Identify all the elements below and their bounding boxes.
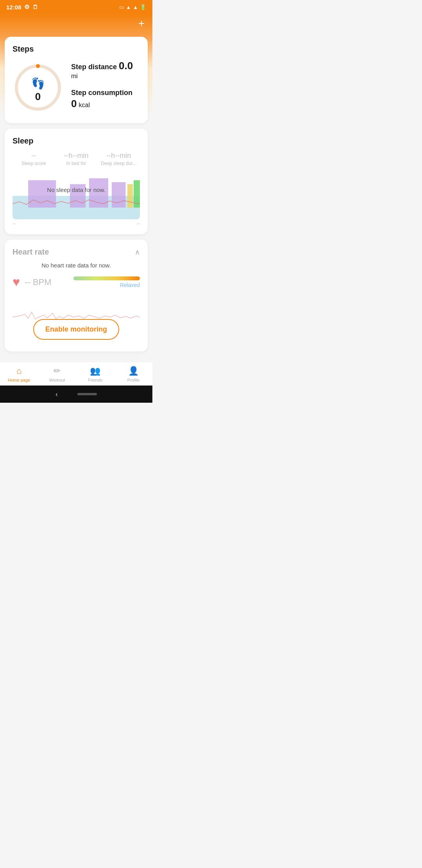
sleep-score-value: -- (13, 152, 55, 160)
consumption-label: Step consumption (71, 89, 132, 97)
settings-icon: ⚙ (24, 4, 29, 11)
steps-inner: 👣 0 (31, 77, 45, 103)
nav-label-workout: Workout (49, 378, 65, 382)
distance-num: 0.0 (119, 60, 133, 72)
header: + (0, 14, 152, 37)
home-icon: ⌂ (16, 366, 21, 376)
heart-rate-no-data: No heart rate data for now. (13, 262, 140, 269)
distance-stat: Step distance 0.0 mi (71, 60, 140, 80)
nav-label-profile: Profile (127, 378, 139, 382)
nav-item-home[interactable]: ⌂ Home page (0, 366, 38, 382)
heart-icon: ♥ (13, 275, 20, 289)
distance-label: Step distance (71, 63, 117, 71)
distance-value: Step distance 0.0 mi (71, 60, 140, 80)
steps-content: 👣 0 Step distance 0.0 mi Step consumptio… (13, 60, 140, 115)
steps-stats: Step distance 0.0 mi Step consumption 0 … (71, 60, 140, 115)
in-bed-metric: --h--min In bed for (55, 152, 98, 166)
back-button[interactable]: ‹ (55, 390, 58, 398)
hr-bpm: -- BPM (25, 277, 51, 287)
sleep-no-data-text: No sleep data for now. (47, 187, 105, 193)
chevron-up-icon[interactable]: ∧ (135, 248, 140, 256)
profile-icon: 👤 (128, 366, 139, 376)
consumption-value: Step consumption 0 kcal (71, 86, 140, 110)
hr-bpm-unit: BPM (33, 277, 52, 287)
svg-point-1 (36, 64, 40, 68)
enable-monitoring-button[interactable]: Enable monitoring (33, 319, 119, 340)
deep-sleep-label: Deep sleep dur... (97, 161, 140, 166)
heart-rate-card: Heart rate ∧ No heart rate data for now.… (5, 240, 148, 352)
home-pill[interactable] (77, 393, 97, 395)
nav-item-workout[interactable]: ✏ Workout (38, 366, 77, 382)
sleep-card: Sleep -- Sleep score --h--min In bed for… (5, 129, 148, 234)
hr-status-label: Relaxed (120, 282, 140, 288)
nav-label-home: Home page (8, 378, 30, 382)
nav-label-friends: Friends (88, 378, 102, 382)
svg-rect-6 (112, 182, 126, 208)
sleep-score-label: Sleep score (13, 161, 55, 166)
nav-item-profile[interactable]: 👤 Profile (114, 366, 153, 382)
wifi-icon: ▲ (126, 4, 131, 10)
bottom-nav: ⌂ Home page ✏ Workout 👥 Friends 👤 Profil… (0, 362, 152, 386)
in-bed-value: --h--min (55, 152, 98, 160)
status-right: ▭ ▲ ▲ 🔋 (119, 4, 146, 10)
steps-card: Steps 👣 0 Step distance (5, 37, 148, 123)
sleep-time-row: -- -- (13, 221, 140, 226)
status-left: 12:08 ⚙ 🗒 (6, 4, 38, 11)
sleep-metrics: -- Sleep score --h--min In bed for --h--… (13, 152, 140, 166)
clipboard-icon: 🗒 (32, 4, 38, 10)
hr-bpm-value: -- (25, 277, 30, 287)
hr-gradient-bar (73, 276, 140, 280)
in-bed-label: In bed for (55, 161, 98, 166)
nav-item-friends[interactable]: 👥 Friends (76, 366, 114, 382)
sleep-score-metric: -- Sleep score (13, 152, 55, 166)
footsteps-icon: 👣 (31, 77, 45, 90)
status-bar: 12:08 ⚙ 🗒 ▭ ▲ ▲ 🔋 (0, 0, 152, 14)
sleep-title: Sleep (13, 136, 140, 145)
sleep-time-end: -- (137, 221, 140, 226)
consumption-number: 0 (71, 98, 77, 109)
add-button[interactable]: + (138, 18, 145, 29)
deep-sleep-value: --h--min (97, 152, 140, 160)
status-time: 12:08 (6, 4, 21, 11)
steps-title: Steps (13, 45, 140, 54)
hr-status-container: Relaxed (56, 276, 140, 288)
heart-rate-title: Heart rate (13, 247, 49, 256)
steps-circle: 👣 0 (13, 62, 63, 113)
heart-rate-header: Heart rate ∧ (13, 247, 140, 256)
workout-icon: ✏ (54, 366, 61, 376)
svg-rect-3 (28, 180, 56, 208)
steps-count: 0 (35, 91, 41, 103)
hr-main: ♥ -- BPM Relaxed (13, 275, 140, 289)
consumption-unit: kcal (79, 102, 89, 108)
sleep-time-start: -- (13, 221, 16, 226)
deep-sleep-metric: --h--min Deep sleep dur... (97, 152, 140, 166)
battery-icon: 🔋 (140, 4, 146, 10)
svg-rect-7 (127, 184, 133, 208)
consumption-stat: Step consumption 0 kcal (71, 86, 140, 110)
sleep-chart: No sleep data for now. (13, 172, 140, 219)
main-content: Steps 👣 0 Step distance (0, 37, 152, 362)
signal-icon: ▲ (133, 4, 138, 10)
system-nav-bar: ‹ (0, 386, 152, 403)
distance-unit: mi (71, 73, 78, 79)
friends-icon: 👥 (90, 366, 100, 376)
cast-icon: ▭ (119, 4, 124, 10)
